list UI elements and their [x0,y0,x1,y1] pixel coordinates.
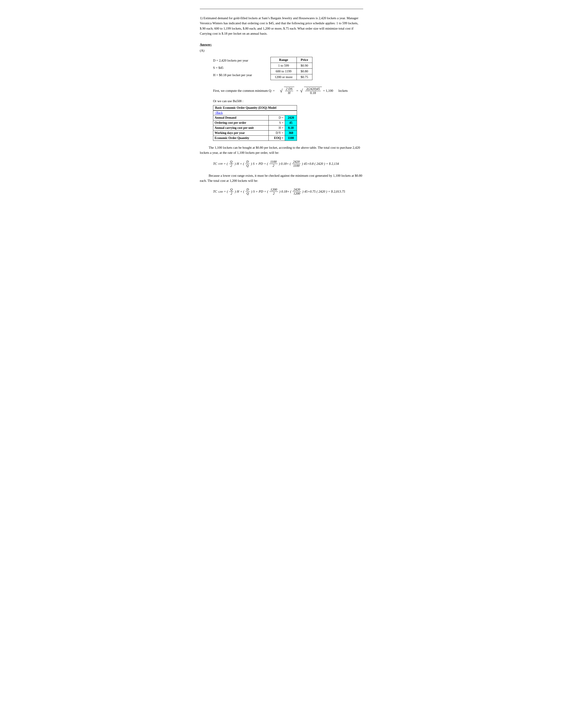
eoq-section: Basic Economic Order Quantity (EOQ) Mode… [213,105,363,141]
sqrt-icon: √ [280,88,283,93]
fraction-numerator: 2 DS [285,87,294,91]
frac-q-num: Q [229,160,233,164]
fraction-q2-b: Q 2 [229,188,233,195]
eoq-value-carrying: 0.18 [285,126,297,131]
frac-q-num-b: Q [229,188,233,192]
frac-2420-1200-num: 2420 [293,188,301,192]
frac-1100-num: 1100 [269,160,277,164]
open-paren-e: ( [317,190,318,193]
price-table-header-range: Range [271,57,297,63]
variables-and-table: D = 2,420 lockets per year S = $45 H = $… [213,57,363,80]
open-paren-3: ( [267,162,268,166]
price-table: Range Price 1 to 599 $0.90 600 to 1199 $… [270,57,313,80]
s-var-b: S [253,190,255,193]
eoq-value-ordering: 45 [285,120,297,126]
fraction-den-value: 0.18 [309,91,317,95]
tc-subscript-1100: 1100 [218,162,222,165]
h-var: H [237,162,239,166]
val-2420-b: 2420 [319,190,325,193]
close-paren-b: ) [251,190,252,193]
price-table-header-price: Price [297,57,312,63]
close-paren-5: ) [324,162,325,166]
eoq-value-eoq: 1100 [285,136,297,141]
eq-result-b: = $ 2,013.75 [328,190,345,193]
plus-2: + [255,162,258,166]
eoq-back-link[interactable]: <Back [214,111,223,114]
frac-2420-den: 1100 [292,164,301,168]
paragraph1: The 1,100 lockets can be bought at $0.80… [200,145,363,156]
fraction-dq: D Q [245,160,249,168]
eoq-row-eoq: Economic Order Quantity EOQ = 1100 [213,136,297,141]
frac-q-den-b: 2 [229,192,233,195]
close-paren-a: ) [235,190,236,193]
tc-subscript-1200: 1200 [218,190,223,193]
eoq-label-eoq: Economic Order Quantity [213,136,269,141]
eoq-row-demand: Annual Demand D = 2420 [213,115,297,120]
table-row: 600 to 1199 $0.80 [271,69,313,74]
equals-sign-1: = [296,89,299,93]
val-45-b: 45+0.75 [304,190,316,193]
part-label: (A) [200,49,363,53]
open-paren-a: ( [227,190,228,193]
open-paren-2: ( [243,162,244,166]
formula-intro-text: First, we compute the common minimum Q: … [213,89,274,93]
eoq-table: <Back Annual Demand D = 2420 Ordering co… [213,111,297,141]
frac-d-num-b: D [245,188,250,192]
fraction-dq-b: D Q [245,188,250,195]
plus-a: + [240,190,242,193]
close-paren-1: ) [235,162,236,166]
eoq-eq-ordering: S = [269,120,285,126]
eoq-title: Basic Economic Order Quantity (EOQ) Mode… [213,105,297,111]
frac-1200-den: 2 [272,192,275,195]
fraction-2420-1200: 2420 1200 [293,188,301,195]
frac-d-num: D [245,160,249,164]
s-var: S [253,162,254,166]
eoq-eq-working: D/Y = [269,131,285,136]
eq-b: = [264,190,266,193]
fraction-denominator: H [287,91,291,95]
close-paren-4: ) [302,162,303,166]
tc1200-eq: = [224,190,226,193]
variable-d: D = 2,420 lockets per year [213,57,257,64]
table-row: 1200 or more $0.75 [271,74,313,80]
eoq-back-row: <Back [213,111,297,115]
close-paren-c: ) [279,190,280,193]
val-018-b: 0.18+ [281,190,289,193]
open-paren-c: ( [267,190,268,193]
variable-h: H = $0.18 per locket per year [213,71,257,79]
question-text: 1) Estimated demand for gold-filled lock… [200,16,363,36]
pd-var: PD [258,162,263,166]
fraction-values: 2(2420)45 0.18 [305,87,321,95]
sqrt-formula: √ 2 DS H = √ 2(2420)45 0.18 = 1,100 [280,87,333,95]
eoq-eq-demand: D = [269,115,285,120]
plus-b: + [256,190,258,193]
sqrt-content-2: 2(2420)45 0.18 [304,87,322,95]
plus-1: + [240,162,242,166]
eoq-row-ordering: Ordering cost per order S = 45 [213,120,297,126]
tc-eq: = [224,162,226,166]
top-rule [200,9,363,9]
eoq-label-demand: Annual Demand [213,115,269,120]
formula-unit: lockets [338,89,348,93]
price-2: $0.80 [297,69,312,74]
variables: D = 2,420 lockets per year S = $45 H = $… [213,57,257,79]
val-2420: 2420 [317,162,323,166]
eoq-label-ordering: Ordering cost per order [213,120,269,126]
range-1: 1 to 599 [271,63,297,69]
eoq-row-carrying: Annual carrying cost per unit H = 0.18 [213,126,297,131]
pd-var-b: PD [259,190,263,193]
frac-2420-1200-den: 1200 [293,192,301,195]
frac-1100-den: 2 [272,164,275,168]
eq-2: = [264,162,266,166]
open-paren-b: ( [243,190,244,193]
price-3: $0.75 [297,74,312,80]
tc1100-formula-block: TC1100 = ( Q 2 ) H + ( D Q ) S + PD = ( … [213,160,363,168]
val-018: 0.18+ [281,162,289,166]
open-paren-d: ( [290,190,291,193]
frac-2420-num: 2420 [292,160,301,164]
price-1: $0.90 [297,63,312,69]
open-paren-5: ( [315,162,316,166]
close-paren-2: ) [251,162,252,166]
eoq-value-working: 360 [285,131,297,136]
close-paren-d: ) [302,190,304,193]
